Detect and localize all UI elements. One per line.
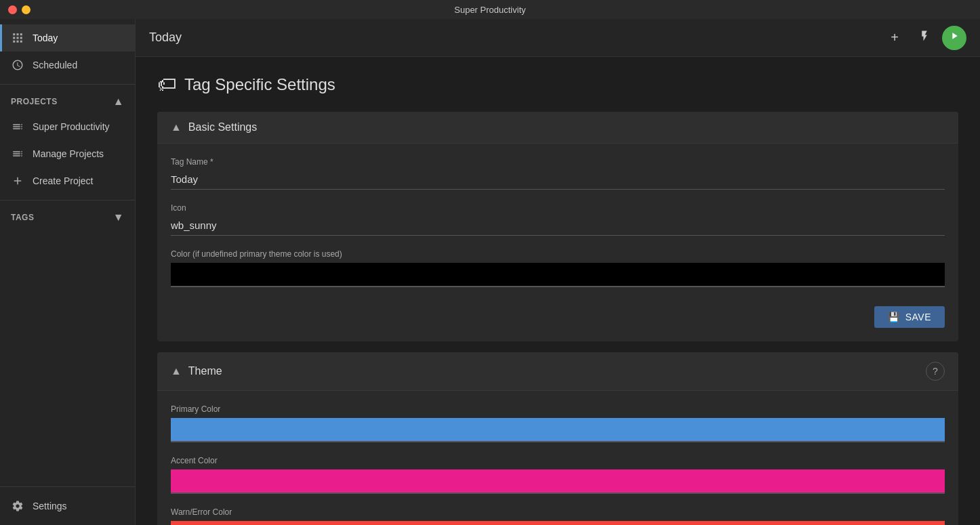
divider-1 <box>0 84 135 85</box>
window-controls <box>8 5 30 14</box>
manage-projects-label: Manage Projects <box>33 148 104 159</box>
accent-color-wrapper[interactable] <box>171 469 945 494</box>
save-icon: 💾 <box>888 312 900 322</box>
minimize-button[interactable] <box>22 5 30 14</box>
primary-color-swatch[interactable] <box>171 418 945 442</box>
create-project-icon <box>11 174 24 188</box>
sidebar-item-scheduled[interactable]: Scheduled <box>0 51 135 79</box>
theme-section: ▲ Theme ? Primary Color <box>157 352 958 525</box>
tag-page-icon: 🏷 <box>157 73 176 96</box>
tags-section-header[interactable]: Tags ▼ <box>0 206 135 229</box>
app-body: Today Scheduled Projects ▲ Super Product… <box>0 19 980 525</box>
tag-name-group: Tag Name * <box>171 157 945 190</box>
save-label: SAVE <box>905 312 931 322</box>
sidebar-item-today[interactable]: Today <box>0 24 135 51</box>
theme-content: Primary Color Accent Color <box>157 391 958 525</box>
primary-color-group: Primary Color <box>171 404 945 442</box>
main-content: Today + 🏷 <box>136 19 980 525</box>
color-input-wrapper[interactable] <box>171 263 945 287</box>
sidebar-nav: Today Scheduled Projects ▲ Super Product… <box>0 19 135 486</box>
sidebar-item-create-project[interactable]: Create Project <box>0 167 135 194</box>
basic-settings-section: ▲ Basic Settings Tag Name * Icon <box>157 112 958 341</box>
play-icon <box>949 30 960 45</box>
help-icon: ? <box>933 366 938 377</box>
basic-settings-collapse-icon: ▲ <box>171 121 182 133</box>
page-title: Tag Specific Settings <box>184 75 335 94</box>
warn-color-label: Warn/Error Color <box>171 507 945 517</box>
warn-color-swatch[interactable] <box>171 521 945 525</box>
lightning-icon <box>918 30 931 45</box>
accent-color-swatch[interactable] <box>171 469 945 494</box>
today-icon <box>11 31 24 45</box>
super-productivity-label: Super Productivity <box>33 121 110 132</box>
basic-settings-header[interactable]: ▲ Basic Settings <box>157 112 958 144</box>
scheduled-label: Scheduled <box>33 60 77 70</box>
lightning-button[interactable] <box>912 26 937 50</box>
divider-2 <box>0 200 135 201</box>
tag-name-label: Tag Name * <box>171 157 945 167</box>
icon-group: Icon <box>171 203 945 236</box>
sidebar-bottom: Settings <box>0 486 135 525</box>
theme-section-header[interactable]: ▲ Theme ? <box>157 352 958 391</box>
color-swatch[interactable] <box>171 263 945 287</box>
project-list-icon-sp <box>11 120 24 133</box>
settings-label: Settings <box>33 501 67 511</box>
warn-color-group: Warn/Error Color <box>171 507 945 525</box>
titlebar: Super Productivity <box>0 0 980 19</box>
manage-projects-icon <box>11 147 24 161</box>
close-button[interactable] <box>8 5 17 14</box>
color-label: Color (if undefined primary theme color … <box>171 249 945 259</box>
tags-chevron-icon: ▼ <box>113 211 124 224</box>
play-button[interactable] <box>942 26 966 50</box>
create-project-label: Create Project <box>33 175 93 186</box>
accent-color-label: Accent Color <box>171 456 945 465</box>
tag-name-input[interactable] <box>171 171 945 190</box>
sidebar-item-super-productivity[interactable]: Super Productivity <box>0 113 135 140</box>
warn-color-wrapper[interactable] <box>171 521 945 525</box>
sidebar: Today Scheduled Projects ▲ Super Product… <box>0 19 136 525</box>
header-actions: + <box>882 26 966 50</box>
plus-icon: + <box>891 30 899 45</box>
settings-icon <box>11 499 24 513</box>
projects-label: Projects <box>11 97 58 106</box>
add-task-button[interactable]: + <box>882 26 907 50</box>
theme-collapse-icon: ▲ <box>171 365 182 377</box>
projects-section-header[interactable]: Projects ▲ <box>0 90 135 113</box>
main-header-title: Today <box>149 30 182 45</box>
accent-color-group: Accent Color <box>171 456 945 494</box>
sidebar-item-manage-projects[interactable]: Manage Projects <box>0 140 135 167</box>
content-scroll[interactable]: 🏷 Tag Specific Settings ▲ Basic Settings… <box>136 57 980 525</box>
save-button[interactable]: 💾 SAVE <box>874 306 945 328</box>
page-header: 🏷 Tag Specific Settings <box>157 73 958 96</box>
icon-label: Icon <box>171 203 945 213</box>
tags-label: Tags <box>11 213 34 222</box>
basic-settings-content: Tag Name * Icon Color (if undefined prim… <box>157 144 958 341</box>
primary-color-label: Primary Color <box>171 404 945 414</box>
sidebar-item-settings[interactable]: Settings <box>0 492 135 520</box>
color-group: Color (if undefined primary theme color … <box>171 249 945 287</box>
basic-settings-title: Basic Settings <box>188 121 257 133</box>
projects-chevron-icon: ▲ <box>113 96 124 108</box>
titlebar-title: Super Productivity <box>454 5 526 15</box>
basic-settings-header-left: ▲ Basic Settings <box>171 121 257 133</box>
today-label: Today <box>33 33 58 43</box>
main-header: Today + <box>136 19 980 57</box>
scheduled-icon <box>11 58 24 72</box>
icon-input[interactable] <box>171 217 945 236</box>
save-btn-wrapper: 💾 SAVE <box>171 301 945 328</box>
theme-title: Theme <box>188 365 222 377</box>
theme-help-button[interactable]: ? <box>926 362 945 381</box>
primary-color-wrapper[interactable] <box>171 418 945 442</box>
theme-header-left: ▲ Theme <box>171 365 222 377</box>
